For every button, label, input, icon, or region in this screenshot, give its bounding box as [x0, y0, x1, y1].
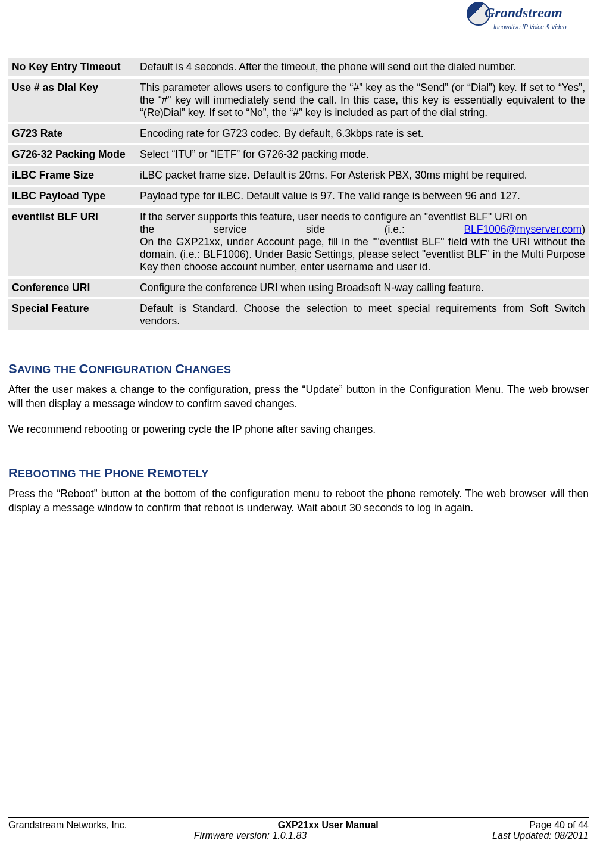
table-row: G726-32 Packing Mode Select “ITU” or “IE…	[8, 145, 589, 164]
param-label: eventlist BLF URI	[8, 208, 136, 276]
param-label: No Key Entry Timeout	[8, 58, 136, 76]
table-row: G723 Rate Encoding rate for G723 codec. …	[8, 124, 589, 143]
table-row: eventlist BLF URI If the server supports…	[8, 208, 589, 276]
param-desc: This parameter allows users to configure…	[136, 79, 589, 122]
table-row: No Key Entry Timeout Default is 4 second…	[8, 58, 589, 76]
param-desc: Default is Standard. Choose the selectio…	[136, 299, 589, 330]
param-desc: Encoding rate for G723 codec. By default…	[136, 124, 589, 143]
param-desc: If the server supports this feature, use…	[136, 208, 589, 276]
section-heading-saving: SAVING THE CONFIGURATION CHANGES	[8, 361, 589, 377]
body-text: Press the “Reboot” button at the bottom …	[8, 487, 589, 515]
config-table: No Key Entry Timeout Default is 4 second…	[8, 55, 589, 333]
param-label: Special Feature	[8, 299, 136, 330]
param-label: G723 Rate	[8, 124, 136, 143]
param-desc: Configure the conference URI when using …	[136, 279, 589, 297]
param-desc: iLBC packet frame size. Default is 20ms.…	[136, 166, 589, 185]
footer-updated: Last Updated: 08/2011	[492, 830, 589, 841]
param-label: Use # as Dial Key	[8, 79, 136, 122]
table-row: Special Feature Default is Standard. Cho…	[8, 299, 589, 330]
param-label: Conference URI	[8, 279, 136, 297]
param-desc: Default is 4 seconds. After the timeout,…	[136, 58, 589, 76]
param-label: iLBC Frame Size	[8, 166, 136, 185]
param-label: iLBC Payload Type	[8, 187, 136, 205]
body-text: We recommend rebooting or powering cycle…	[8, 423, 589, 437]
brand-logo: Grandstream Innovative IP Voice & Video	[467, 5, 586, 38]
footer-manual-title: GXP21xx User Manual	[278, 820, 379, 830]
table-row: iLBC Payload Type Payload type for iLBC.…	[8, 187, 589, 205]
section-heading-reboot: REBOOTING THE PHONE REMOTELY	[8, 466, 589, 481]
footer-page-number: Page 40 of 44	[529, 820, 589, 830]
table-row: Use # as Dial Key This parameter allows …	[8, 79, 589, 122]
logo-brand-text: Grandstream	[485, 5, 562, 21]
logo-tagline: Innovative IP Voice & Video	[493, 24, 567, 30]
footer-company: Grandstream Networks, Inc.	[8, 820, 127, 830]
email-link[interactable]: BLF1006@myserver.com	[464, 223, 582, 235]
table-row: Conference URI Configure the conference …	[8, 279, 589, 297]
body-text: After the user makes a change to the con…	[8, 383, 589, 411]
footer-firmware: Firmware version: 1.0.1.83	[194, 830, 307, 841]
param-label: G726-32 Packing Mode	[8, 145, 136, 164]
param-desc: Select “ITU” or “IETF” for G726-32 packi…	[136, 145, 589, 164]
param-desc: Payload type for iLBC. Default value is …	[136, 187, 589, 205]
table-row: iLBC Frame Size iLBC packet frame size. …	[8, 166, 589, 185]
page-footer: Grandstream Networks, Inc. GXP21xx User …	[8, 817, 589, 841]
